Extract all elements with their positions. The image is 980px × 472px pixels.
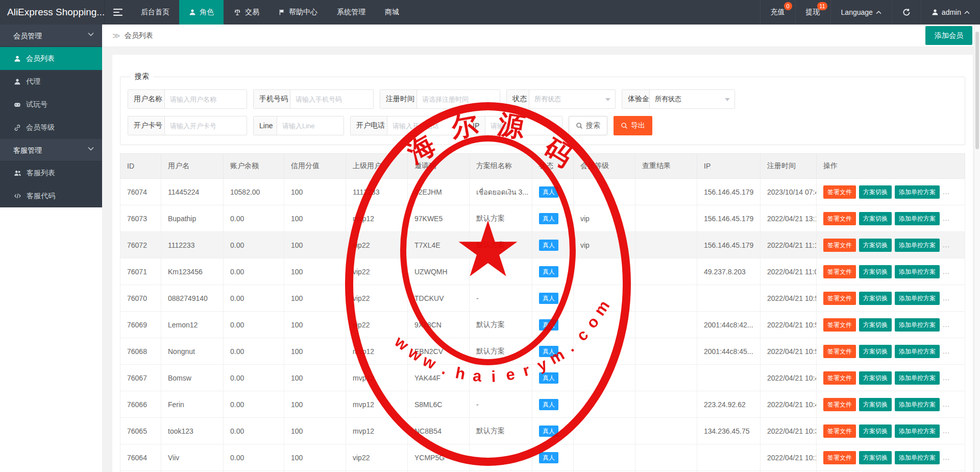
cell-balance: 0.00	[224, 312, 284, 338]
page-scrollbar[interactable]	[974, 25, 980, 472]
cell-status: 真人	[532, 258, 574, 285]
more-actions-button[interactable]: ...	[943, 400, 950, 408]
user-dropdown[interactable]: admin	[921, 0, 980, 25]
nav-item-4[interactable]: 系统管理	[327, 0, 375, 25]
sidebar-item-1-0[interactable]: 客服列表	[0, 161, 102, 184]
plan-switch-button[interactable]: 方案切换	[859, 345, 892, 358]
sign-file-button[interactable]: 签署文件	[823, 265, 856, 278]
more-actions-button[interactable]: ...	[943, 374, 950, 382]
more-actions-button[interactable]: ...	[943, 268, 950, 275]
recharge-button[interactable]: 充值 0	[760, 0, 795, 25]
sign-file-button[interactable]: 签署文件	[823, 185, 856, 199]
search-button[interactable]: 搜索	[569, 116, 607, 135]
sidebar-toggle-button[interactable]	[105, 0, 131, 25]
cell-parent-user: mvp12	[346, 338, 408, 365]
add-single-control-button[interactable]: 添加单控方案	[895, 345, 940, 358]
add-single-control-button[interactable]: 添加单控方案	[895, 451, 940, 464]
sidebar-item-1-1[interactable]: 客服代码	[0, 184, 102, 207]
plan-switch-button[interactable]: 方案切换	[859, 451, 892, 464]
more-actions-button[interactable]: ...	[943, 294, 950, 302]
more-actions-button[interactable]: ...	[943, 347, 950, 355]
more-actions-button[interactable]: ...	[943, 241, 950, 249]
sidebar-item-0-3[interactable]: 会员等级	[0, 116, 102, 139]
more-actions-button[interactable]: ...	[943, 427, 950, 435]
cell-plan-group	[470, 365, 532, 391]
add-single-control-button[interactable]: 添加单控方案	[895, 318, 940, 332]
plan-switch-button[interactable]: 方案切换	[859, 424, 892, 438]
col-header-8: 会员等级	[574, 154, 635, 179]
add-member-button[interactable]: 添加会员	[925, 26, 972, 45]
add-single-control-button[interactable]: 添加单控方案	[895, 292, 940, 305]
nav-item-5[interactable]: 商城	[375, 0, 409, 25]
sidebar-item-0-1[interactable]: 代理	[0, 70, 102, 93]
nav-item-1[interactable]: 角色	[179, 0, 224, 25]
recharge-badge: 0	[784, 2, 792, 10]
cell-actions: 签署文件方案切换添加单控方案...	[817, 232, 965, 258]
search-icon	[576, 122, 583, 129]
cell-balance: 10582.00	[224, 179, 284, 205]
cell-parent-user: vip22	[346, 232, 408, 258]
sign-file-button[interactable]: 签署文件	[823, 212, 856, 225]
plan-switch-button[interactable]: 方案切换	[859, 212, 892, 225]
cell-balance: 0.00	[224, 205, 284, 232]
withdraw-button[interactable]: 提现 11	[795, 0, 830, 25]
add-single-control-button[interactable]: 添加单控方案	[895, 398, 940, 411]
more-actions-button[interactable]: ...	[943, 321, 950, 328]
plan-switch-button[interactable]: 方案切换	[859, 398, 892, 411]
add-single-control-button[interactable]: 添加单控方案	[895, 371, 940, 385]
sign-file-button[interactable]: 签署文件	[823, 398, 856, 411]
sidebar-group-0[interactable]: 会员管理	[0, 25, 102, 47]
sign-file-button[interactable]: 签署文件	[823, 451, 856, 464]
plan-switch-button[interactable]: 方案切换	[859, 318, 892, 332]
caret-up-icon	[964, 11, 970, 14]
plan-switch-button[interactable]: 方案切换	[859, 239, 892, 252]
search-input-2-1[interactable]	[277, 116, 344, 135]
plan-switch-button[interactable]: 方案切换	[859, 371, 892, 385]
sign-file-button[interactable]: 签署文件	[823, 424, 856, 438]
export-button[interactable]: 导出	[614, 116, 652, 135]
cell-ip: 49.237.8.203	[697, 258, 761, 285]
more-actions-button[interactable]: ...	[943, 215, 950, 222]
sign-file-button[interactable]: 签署文件	[823, 292, 856, 305]
nav-item-3[interactable]: 帮助中心	[269, 0, 327, 25]
cell-plan-group: -	[470, 444, 532, 471]
sign-file-button[interactable]: 签署文件	[823, 371, 856, 385]
search-input-2-2[interactable]	[387, 116, 460, 135]
language-dropdown[interactable]: Language	[830, 0, 892, 25]
sidebar-item-0-2[interactable]: 试玩号	[0, 93, 102, 116]
more-actions-button[interactable]: ...	[943, 188, 950, 196]
search-select-1-3[interactable]: 所有状态	[529, 90, 615, 108]
plan-switch-button[interactable]: 方案切换	[859, 292, 892, 305]
add-single-control-button[interactable]: 添加单控方案	[895, 212, 940, 225]
add-single-control-button[interactable]: 添加单控方案	[895, 265, 940, 278]
cell-plan-group: 默认方案	[470, 312, 532, 338]
refresh-button[interactable]	[892, 0, 921, 25]
plan-switch-button[interactable]: 方案切换	[859, 265, 892, 278]
search-input-1-2[interactable]	[417, 90, 500, 108]
nav-item-0[interactable]: 后台首页	[131, 0, 179, 25]
sign-file-button[interactable]: 签署文件	[823, 239, 856, 252]
plan-switch-button[interactable]: 方案切换	[859, 185, 892, 199]
sign-file-button[interactable]: 签署文件	[823, 318, 856, 332]
search-input-2-0[interactable]	[165, 116, 247, 135]
add-single-control-button[interactable]: 添加单控方案	[895, 424, 940, 438]
sign-file-button[interactable]: 签署文件	[823, 345, 856, 358]
add-single-control-button[interactable]: 添加单控方案	[895, 185, 940, 199]
search-input-1-0[interactable]	[165, 90, 247, 108]
sidebar-item-0-0[interactable]: 会员列表	[0, 47, 102, 70]
nav-item-label: 交易	[245, 8, 259, 17]
cell-credit: 100	[284, 418, 346, 444]
search-input-1-1[interactable]	[290, 90, 373, 108]
game-icon	[14, 101, 21, 108]
nav-item-2[interactable]: 交易	[224, 0, 269, 25]
cell-balance: 0.00	[224, 285, 284, 312]
more-actions-button[interactable]: ...	[943, 454, 950, 461]
search-select-1-4[interactable]: 所有状态	[650, 90, 734, 108]
cell-reg-time: 2023/10/14 07:45	[761, 179, 817, 205]
scrollbar-thumb[interactable]	[975, 32, 979, 149]
cell-ip	[697, 365, 761, 391]
sidebar-group-1[interactable]: 客服管理	[0, 139, 102, 161]
search-input-2-3[interactable]	[485, 116, 562, 135]
add-single-control-button[interactable]: 添加单控方案	[895, 239, 940, 252]
withdraw-label: 提现	[806, 8, 820, 17]
